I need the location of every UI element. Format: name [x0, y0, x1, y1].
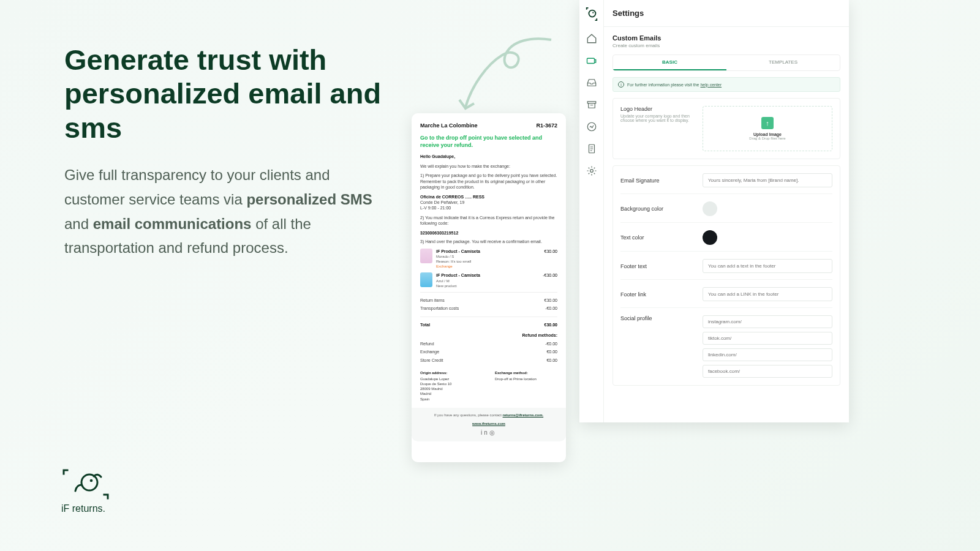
- upload-icon: [761, 117, 774, 129]
- footer-site-link[interactable]: www.ifreturns.com: [472, 422, 505, 425]
- origin-line: Madrid: [420, 391, 483, 396]
- email-intro: We will explain you how to make the exch…: [420, 163, 557, 169]
- returns-icon[interactable]: [586, 55, 597, 66]
- exchange-method: Exchange method: Drop-off at Prime locat…: [495, 370, 557, 402]
- svg-point-3: [592, 12, 594, 13]
- sum-value: -€0.00: [507, 340, 557, 348]
- hero-body-b2: email communications: [93, 216, 252, 232]
- section-subtitle: Create custom emails: [612, 43, 840, 48]
- section-title: Custom Emails: [612, 34, 840, 42]
- footer-mail-link[interactable]: returns@ifreturns.com.: [503, 413, 544, 417]
- help-center-link[interactable]: help center: [700, 83, 722, 87]
- email-step3: 3) Hand over the package. You will recei…: [420, 239, 557, 244]
- email-ref: R1-3672: [536, 122, 557, 129]
- email-title: Go to the drop off point you have select…: [420, 134, 557, 149]
- footer-text-input[interactable]: [703, 259, 832, 273]
- info-banner: i For further information please visit t…: [612, 77, 840, 92]
- analytics-icon[interactable]: [586, 121, 597, 132]
- social-label: Social profile: [620, 315, 694, 321]
- sum-value: €30.00: [522, 296, 557, 304]
- product-row: iF Product - Camiseta Morado / S Reason:…: [420, 249, 557, 269]
- product-thumb-icon: [420, 272, 432, 287]
- product-tag: Exchange: [436, 264, 533, 269]
- svg-rect-5: [587, 102, 596, 103]
- footer-text-label: Footer text: [620, 263, 694, 269]
- inbox-icon[interactable]: [586, 77, 597, 88]
- hero-title: Generate trust with personalized email a…: [64, 43, 383, 144]
- brand: iF returns.: [61, 469, 110, 514]
- product-variant: Morado / S: [436, 254, 533, 259]
- sum-value: €0.00: [507, 348, 557, 356]
- product-name: iF Product - Camiseta: [436, 272, 533, 278]
- email-code: 3230006303219512: [420, 230, 557, 236]
- logo-header-hint: Update your company logo and then choose…: [620, 114, 694, 122]
- footer-text: If you have any questions, please contac…: [434, 413, 503, 417]
- linkedin-icon[interactable]: in: [481, 429, 489, 436]
- email-preview-card: Marche La Colombine R1-3672 Go to the dr…: [412, 113, 566, 462]
- app-logo-icon[interactable]: [585, 7, 598, 21]
- upload-title: Upload Image: [753, 132, 782, 137]
- svg-point-1: [90, 479, 93, 482]
- textcolor-label: Text color: [620, 234, 694, 241]
- textcolor-swatch[interactable]: [703, 230, 717, 245]
- origin-line: 28009 Madrid: [420, 386, 483, 391]
- sum-label: Store Credit: [420, 356, 507, 364]
- home-icon[interactable]: [586, 33, 597, 44]
- social-instagram-input[interactable]: [703, 315, 832, 328]
- sum-value: €0.00: [507, 356, 557, 364]
- product-variant: Azul / M: [436, 279, 533, 283]
- footer-link-label: Footer link: [620, 291, 694, 298]
- social-facebook-input[interactable]: [703, 365, 832, 378]
- product-reason: New product: [436, 283, 533, 288]
- svg-point-8: [590, 170, 593, 173]
- signature-label: Email Signature: [620, 178, 694, 184]
- origin-line: Spain: [420, 397, 483, 402]
- decorative-arrow-icon: [453, 34, 557, 119]
- email-office-hours: L-V 9:00 - 21:00: [420, 205, 557, 211]
- origin-line: Guadalupe Lopez: [420, 377, 483, 381]
- settings-panel: Settings Custom Emails Create custom ema…: [579, 0, 849, 422]
- svg-rect-4: [587, 58, 594, 63]
- social-tiktok-input[interactable]: [703, 332, 832, 345]
- email-office-addr: Conde De Peñalver, 19: [420, 200, 557, 205]
- email-merchant: Marche La Colombine: [420, 122, 478, 129]
- sum-label: Return items: [420, 296, 522, 304]
- sum-label: Exchange: [420, 348, 507, 356]
- bgcolor-swatch[interactable]: [703, 201, 717, 216]
- sum-label: Transportation costs: [420, 304, 522, 312]
- email-footer: If you have any questions, please contac…: [412, 408, 566, 442]
- tab-basic[interactable]: BASIC: [613, 55, 726, 70]
- logo-header-label: Logo Header: [620, 106, 694, 112]
- refund-methods-label: Refund methods:: [420, 329, 557, 339]
- upload-sub: Drag & Drop files here: [749, 137, 785, 140]
- method-hd: Exchange method:: [495, 370, 557, 375]
- footer-link-input[interactable]: [703, 287, 832, 301]
- svg-point-2: [589, 10, 595, 17]
- logo-header-block: Logo Header Update your company logo and…: [612, 98, 840, 159]
- hero-body-mid: and: [64, 216, 93, 232]
- bgcolor-label: Backgroung color: [620, 206, 694, 212]
- summary-table: Return items€30.00 Transportation costs-…: [420, 296, 557, 313]
- upload-dropzone[interactable]: Upload Image Drag & Drop files here: [703, 106, 832, 151]
- signature-input[interactable]: [703, 173, 832, 187]
- info-icon: i: [618, 81, 624, 88]
- sum-total-label: Total: [420, 321, 507, 329]
- sum-total-value: €30.00: [507, 321, 557, 329]
- tabs: BASIC TEMPLATES: [612, 54, 840, 71]
- product-name: iF Product - Camiseta: [436, 249, 533, 254]
- instagram-icon[interactable]: ◎: [489, 429, 497, 436]
- social-linkedin-input[interactable]: [703, 348, 832, 361]
- brand-logo-icon: [61, 469, 110, 500]
- method-val: Drop-off at Prime location: [495, 377, 557, 381]
- email-greeting: Hello Guadalupe,: [420, 154, 557, 159]
- sum-label: Refund: [420, 340, 507, 348]
- sum-value: -€0.00: [522, 304, 557, 312]
- archive-icon[interactable]: [586, 99, 597, 110]
- tab-templates[interactable]: TEMPLATES: [726, 55, 840, 70]
- product-thumb-icon: [420, 249, 432, 263]
- svg-point-0: [81, 474, 97, 490]
- email-step2: 2) You must indicate that it is a Correo…: [420, 215, 557, 227]
- reports-icon[interactable]: [586, 143, 597, 154]
- gear-icon[interactable]: [586, 165, 597, 176]
- origin-address: Origin address: Guadalupe Lopez Duque de…: [420, 370, 483, 402]
